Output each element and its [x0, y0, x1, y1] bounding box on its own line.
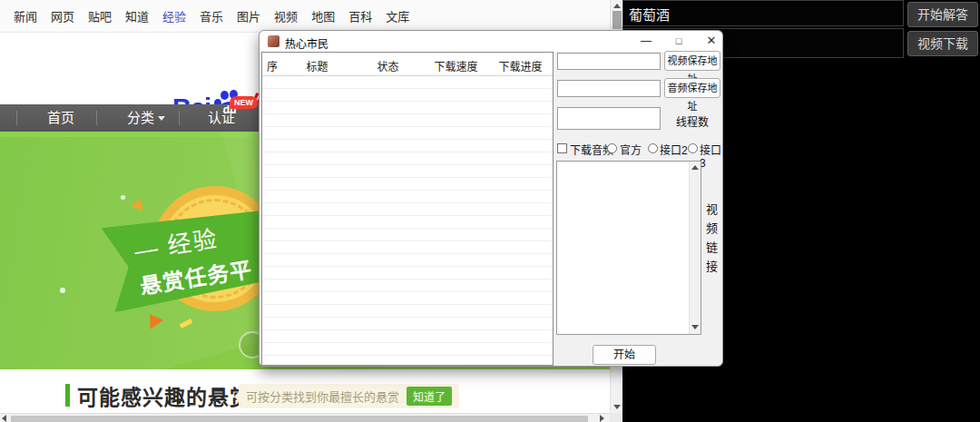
category-tooltip: 可按分类找到你最擅长的悬赏 知道了 — [239, 384, 459, 408]
nav-divider — [16, 111, 17, 125]
bounty-heading: 可能感兴趣的悬赏 — [77, 380, 251, 411]
site-nav-category[interactable]: 分类 — [127, 104, 165, 132]
nav-item-news[interactable]: 新闻 — [14, 7, 37, 25]
api2-label: 接口2 — [660, 142, 688, 157]
baidu-top-nav: 新闻 网页 贴吧 知道 经验 音乐 图片 视频 地图 百科 文库 — [0, 0, 610, 33]
tooltip-text: 可按分类找到你最擅长的悬赏 — [246, 388, 399, 405]
table-header-row: 序号 标题 状态 下载速度 下载进度 — [262, 53, 553, 76]
nav-item-image[interactable]: 图片 — [237, 7, 260, 25]
dialog-titlebar[interactable]: 热心市民 — □ ✕ — [260, 31, 722, 52]
bounty-section: 可能感兴趣的悬赏 可按分类找到你最擅长的悬赏 知道了 — [0, 369, 610, 413]
scroll-up-icon[interactable] — [691, 165, 699, 170]
api3-radio[interactable] — [688, 143, 698, 153]
download-table[interactable]: 序号 标题 状态 下载速度 下载进度 — [261, 52, 554, 366]
nav-item-jingyan[interactable]: 经验 — [162, 7, 186, 25]
app-icon — [268, 35, 279, 47]
close-button[interactable]: ✕ — [697, 31, 726, 52]
maximize-button[interactable]: □ — [664, 31, 693, 52]
scroll-down-icon[interactable] — [613, 405, 621, 409]
new-badge: NEW — [230, 96, 258, 109]
heading-accent-bar — [65, 384, 70, 407]
nav-item-zhidao[interactable]: 知道 — [125, 7, 149, 25]
dot-decoration — [121, 195, 125, 200]
nav-item-video[interactable]: 视频 — [274, 7, 298, 25]
video-download-button[interactable]: 视频下载 — [907, 31, 978, 56]
horizontal-scroll-thumb[interactable] — [11, 416, 588, 422]
official-label: 官方 — [620, 142, 642, 157]
nav-divider — [179, 111, 180, 125]
threads-input[interactable] — [557, 107, 661, 130]
textarea-scrollbar[interactable] — [689, 162, 701, 334]
screen: 新闻 网页 贴吧 知道 经验 音乐 图片 视频 地图 百科 文库 Bai du … — [0, 0, 980, 422]
official-radio[interactable] — [607, 143, 617, 153]
minimize-button[interactable]: — — [632, 31, 661, 52]
nav-item-baike[interactable]: 百科 — [348, 7, 372, 25]
start-answer-button[interactable]: 开始解答 — [907, 2, 978, 27]
got-it-button[interactable]: 知道了 — [407, 387, 452, 406]
nav-item-music[interactable]: 音乐 — [200, 7, 223, 25]
scrollbar-corner — [610, 413, 622, 422]
header-progress: 下载进度 — [488, 58, 553, 74]
video-link-label: 视频链接 — [703, 203, 720, 312]
nav-item-wenku[interactable]: 文库 — [386, 7, 409, 25]
table-empty-rows — [262, 76, 553, 365]
dot-decoration — [60, 288, 65, 293]
header-speed: 下载速度 — [424, 58, 488, 74]
scroll-right-icon[interactable] — [600, 415, 604, 422]
tooltip-arrow-icon — [234, 392, 239, 401]
video-path-input[interactable] — [557, 53, 661, 70]
vertical-scroll-thumb[interactable] — [612, 11, 622, 29]
scroll-up-icon[interactable] — [613, 4, 621, 8]
api2-radio[interactable] — [648, 143, 658, 153]
scroll-down-icon[interactable] — [691, 325, 699, 329]
header-status: 状态 — [352, 58, 424, 74]
threads-label: 线程数 — [664, 113, 720, 129]
site-nav-home[interactable]: 首页 — [47, 104, 74, 132]
scroll-left-icon[interactable] — [2, 415, 6, 422]
horizontal-scrollbar[interactable] — [0, 413, 610, 422]
video-path-button[interactable]: 视频保存地址 — [664, 51, 720, 71]
downloader-dialog: 热心市民 — □ ✕ 序号 标题 状态 下载速度 下载进度 视频保存地址 音频保… — [259, 30, 723, 367]
api3-label: 接口3 — [700, 142, 722, 170]
dialog-title: 热心市民 — [285, 35, 328, 51]
nav-divider — [96, 111, 97, 125]
download-audio-checkbox[interactable] — [557, 143, 567, 153]
video-links-textarea[interactable] — [556, 161, 701, 335]
start-download-button[interactable]: 开始 — [593, 345, 656, 365]
question-input[interactable]: 葡萄酒 — [622, 0, 904, 26]
chevron-down-icon — [158, 116, 165, 121]
header-title: 标题 — [282, 58, 352, 74]
nav-item-web[interactable]: 网页 — [51, 7, 74, 25]
audio-path-input[interactable] — [557, 80, 661, 97]
nav-item-tieba[interactable]: 贴吧 — [88, 7, 112, 25]
audio-path-button[interactable]: 音频保存地址 — [664, 78, 720, 98]
nav-item-map[interactable]: 地图 — [311, 7, 335, 25]
